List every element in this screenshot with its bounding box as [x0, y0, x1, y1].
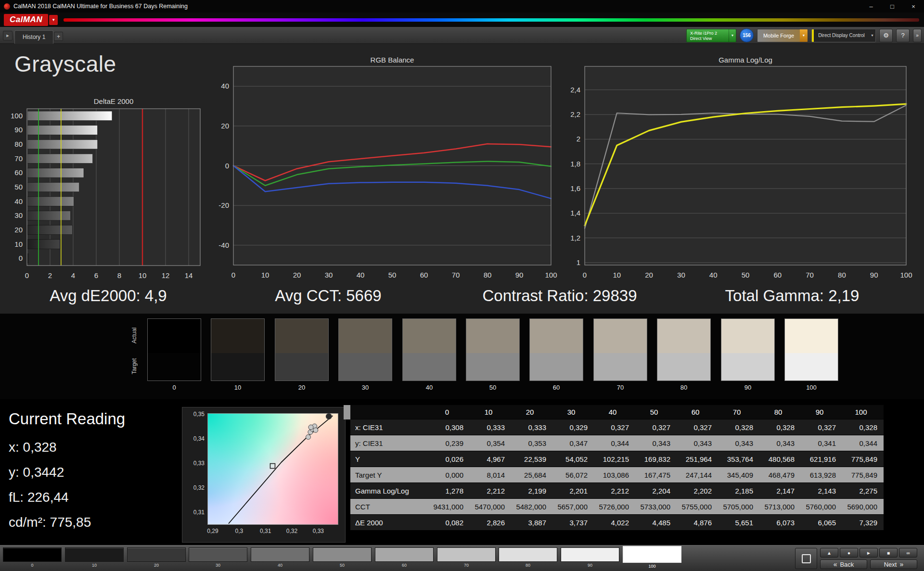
svg-text:20: 20 — [645, 271, 653, 279]
svg-text:60: 60 — [420, 271, 428, 279]
svg-text:1: 1 — [577, 258, 580, 266]
deltae-chart-title: DeltaE 2000 — [27, 97, 200, 105]
svg-text:14: 14 — [185, 271, 193, 279]
level-button-100[interactable]: 100 — [623, 547, 681, 570]
patch-label: 20 — [275, 384, 329, 391]
table-column-header: 70 — [718, 408, 759, 416]
grayscale-patch-80 — [657, 318, 711, 381]
table-cell: 2,202 — [677, 487, 718, 495]
level-button-30[interactable]: 30 — [189, 547, 247, 570]
svg-text:2,2: 2,2 — [570, 110, 580, 118]
level-button-80[interactable]: 80 — [499, 547, 557, 570]
table-column-header: 40 — [594, 408, 635, 416]
level-button-70[interactable]: 70 — [437, 547, 496, 570]
stop-icon — [802, 554, 811, 563]
table-cell: 0,344 — [842, 439, 884, 447]
svg-text:40: 40 — [221, 82, 229, 90]
table-column-header: 30 — [552, 408, 594, 416]
logo-menu-arrow-icon[interactable]: ▼ — [49, 15, 58, 25]
patch-label: 10 — [211, 384, 265, 391]
table-row: Target Y0,0008,01425,68456,072103,086167… — [350, 467, 884, 483]
minimize-button[interactable]: – — [860, 0, 882, 13]
next-button[interactable]: Next » — [870, 559, 917, 569]
tab-history-1[interactable]: History 1 — [14, 30, 53, 44]
play-button[interactable]: ► — [860, 548, 878, 558]
svg-text:70: 70 — [452, 271, 460, 279]
level-button-20[interactable]: 20 — [127, 547, 186, 570]
level-button-60[interactable]: 60 — [375, 547, 434, 570]
svg-text:10: 10 — [613, 271, 621, 279]
record-button[interactable]: ● — [840, 548, 858, 558]
tab-nav-arrow-icon[interactable]: ► — [3, 31, 13, 40]
patch-label: 40 — [402, 384, 456, 391]
table-row: Gamma Log/Log1,2782,2122,1992,2012,2122,… — [350, 483, 884, 499]
patch-actual-swatch — [530, 319, 583, 353]
table-cell: 56,072 — [552, 471, 594, 479]
svg-text:0: 0 — [25, 271, 29, 279]
table-column-header: 80 — [759, 408, 801, 416]
table-cell: 2,204 — [635, 487, 677, 495]
table-row-label: y: CIE31 — [350, 439, 428, 447]
close-button[interactable]: × — [903, 0, 924, 13]
svg-text:40: 40 — [14, 197, 23, 205]
title-bar: CalMAN 2018 CalMAN Ultimate for Business… — [0, 0, 924, 13]
table-cell: 0,341 — [801, 439, 842, 447]
table-row-label: Gamma Log/Log — [350, 487, 428, 495]
display-control-button[interactable]: Direct Display Control ▼ — [811, 29, 876, 42]
eject-icon: ▲ — [827, 550, 832, 556]
level-button-10[interactable]: 10 — [65, 547, 124, 570]
table-cell: 5690,000 — [842, 503, 884, 511]
grayscale-patch-strip: Actual Target 0102030405060708090100 — [0, 314, 924, 399]
table-row-label: CCT — [350, 503, 428, 511]
workflow-source-button[interactable]: Mobile Forge ▼ — [757, 29, 808, 42]
table-cell: 5,651 — [718, 519, 759, 527]
cie-x-tick-label: 0,32 — [282, 528, 301, 534]
deltae-bar-chart: 024681012141009080706050403020100 — [0, 107, 226, 290]
chevron-down-icon[interactable]: ▼ — [729, 29, 736, 42]
logo-bar: CalMAN ▼ — [0, 13, 924, 27]
table-cell: 7,329 — [842, 519, 884, 527]
table-column-header: 90 — [801, 408, 842, 416]
table-cell: 0,347 — [552, 439, 594, 447]
table-cell: 3,737 — [552, 519, 594, 527]
stop-button[interactable] — [795, 548, 817, 569]
svg-text:10: 10 — [261, 271, 270, 279]
collapse-panel-button[interactable]: » — [913, 29, 922, 42]
table-cell: 2,212 — [594, 487, 635, 495]
meter-button[interactable]: X-Rite i1Pro 2 Direct View ▼ — [686, 29, 736, 42]
calman-logo[interactable]: CalMAN — [4, 14, 48, 26]
gamma-chart-title: Gamma Log/Log — [585, 56, 906, 64]
help-button[interactable]: ? — [896, 29, 910, 42]
save-button[interactable]: ■ — [879, 548, 898, 558]
table-row: y: CIE310,2390,3540,3530,3470,3440,3430,… — [350, 435, 884, 451]
chevron-down-icon[interactable]: ▼ — [869, 29, 875, 42]
patch-target-swatch — [657, 353, 710, 381]
svg-text:100: 100 — [11, 112, 23, 120]
svg-text:80: 80 — [838, 271, 846, 279]
level-button-0[interactable]: 0 — [3, 547, 62, 570]
table-row: Y0,0264,96722,53954,052102,215169,832251… — [350, 451, 884, 467]
rgb-balance-chart-title: RGB Balance — [233, 56, 551, 64]
table-cell: 775,849 — [842, 471, 884, 479]
eject-button[interactable]: ▲ — [820, 548, 838, 558]
cie-y-tick-label: 0,35 — [185, 411, 205, 418]
maximize-button[interactable]: □ — [882, 0, 903, 13]
table-cell: 0,343 — [718, 439, 759, 447]
svg-text:30: 30 — [677, 271, 685, 279]
level-button-40[interactable]: 40 — [251, 547, 309, 570]
table-cell: 9431,000 — [428, 503, 470, 511]
back-button[interactable]: « Back — [820, 559, 867, 569]
table-cell: 5482,000 — [511, 503, 552, 511]
table-cell: 2,199 — [511, 487, 552, 495]
table-column-header: 20 — [511, 408, 552, 416]
level-button-90[interactable]: 90 — [561, 547, 619, 570]
double-arrow-icon: » — [916, 33, 919, 38]
svg-text:60: 60 — [773, 271, 782, 279]
svg-text:60: 60 — [14, 168, 23, 177]
loop-button[interactable]: ∞ — [899, 548, 917, 558]
table-row: x: CIE310,3080,3330,3330,3290,3270,3270,… — [350, 419, 884, 435]
add-tab-button[interactable]: + — [54, 32, 63, 41]
settings-button[interactable]: ⚙ — [879, 29, 893, 42]
chevron-down-icon[interactable]: ▼ — [800, 29, 808, 42]
level-button-50[interactable]: 50 — [313, 547, 372, 570]
